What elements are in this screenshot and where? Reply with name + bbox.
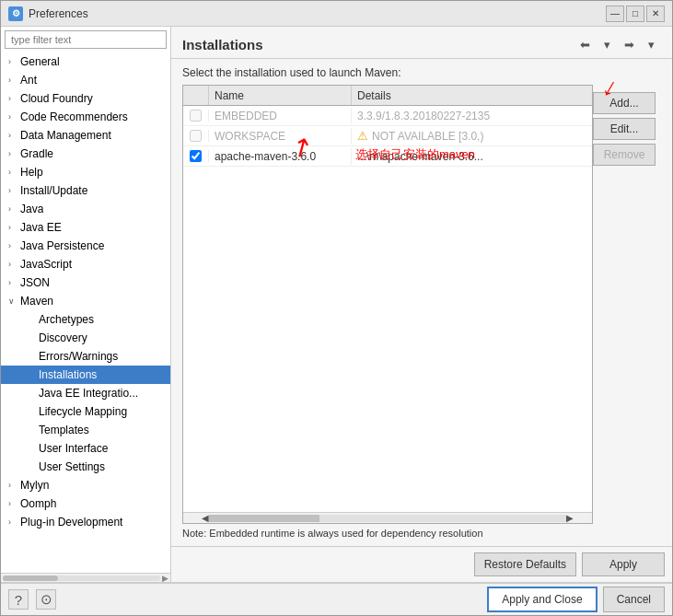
table-scroll-left[interactable]: ◀ <box>202 513 209 523</box>
sidebar-item-label: Java EE Integratio... <box>39 387 138 400</box>
row-checkbox[interactable] <box>190 150 202 162</box>
sidebar-item-user-settings[interactable]: User Settings <box>1 458 170 476</box>
sidebar-item-label: Java EE <box>20 221 62 234</box>
sidebar-item-data-management[interactable]: ›Data Management <box>1 126 170 145</box>
th-name: Name <box>209 86 352 105</box>
arrow-icon: › <box>8 76 17 85</box>
arrow-icon: › <box>8 481 17 490</box>
restore-defaults-button[interactable]: Restore Defaults <box>474 552 576 576</box>
sidebar-item-label: Discovery <box>39 331 87 344</box>
arrow-icon: › <box>8 57 17 66</box>
sidebar-item-templates[interactable]: Templates <box>1 421 170 439</box>
sidebar-item-java[interactable]: ›Java <box>1 200 170 218</box>
row-checkbox[interactable] <box>190 130 202 142</box>
sidebar-item-label: Java Persistence <box>20 239 104 252</box>
settings-icon[interactable]: ⊙ <box>36 589 56 610</box>
table-horizontal-scrollbar[interactable]: ◀ ▶ <box>183 512 592 523</box>
content-header: Installations ⬅ ▾ ➡ ▾ <box>171 27 672 59</box>
sidebar-item-lifecycle-mapping[interactable]: Lifecycle Mapping <box>1 402 170 421</box>
row-checkbox[interactable] <box>190 110 202 122</box>
sidebar-item-general[interactable]: ›General <box>1 52 170 71</box>
sidebar-item-maven[interactable]: ∨Maven <box>1 292 170 310</box>
sidebar-item-label: General <box>20 55 60 68</box>
cancel-button[interactable]: Cancel <box>603 587 665 612</box>
sidebar-item-label: Data Management <box>20 129 111 142</box>
table-row: apache-maven-3.6.0...\m\apache-maven-3.6… <box>183 146 592 167</box>
sidebar-item-label: Oomph <box>20 497 56 510</box>
warning-icon: ⚠ <box>357 129 368 143</box>
arrow-icon: › <box>8 168 17 177</box>
toolbar-forward-button[interactable]: ➡ <box>619 34 639 54</box>
sidebar-item-label: Java <box>20 203 43 215</box>
sidebar-item-ant[interactable]: ›Ant <box>1 71 170 89</box>
edit-button[interactable]: Edit... <box>593 118 656 140</box>
scroll-arrow-right[interactable]: ▶ <box>162 574 168 583</box>
sidebar-item-label: Maven <box>20 295 53 308</box>
sidebar-item-label: Cloud Foundry <box>20 92 93 105</box>
sidebar-item-archetypes[interactable]: Archetypes <box>1 310 170 329</box>
toolbar-dropdown-button[interactable]: ▾ <box>597 34 617 54</box>
note-text: Note: Embedded runtime is always used fo… <box>182 524 661 539</box>
sidebar-item-code-recommenders[interactable]: ›Code Recommenders <box>1 108 170 126</box>
toolbar-back-button[interactable]: ⬅ <box>574 34 595 54</box>
toolbar-icons: ⬅ ▾ ➡ ▾ <box>574 34 661 54</box>
sidebar-item-java-persistence[interactable]: ›Java Persistence <box>1 237 170 255</box>
sidebar-item-mylyn[interactable]: ›Mylyn <box>1 476 170 494</box>
right-buttons: Add... Edit... Remove <box>593 85 661 524</box>
toolbar-forward-dropdown-button[interactable]: ▾ <box>641 34 661 54</box>
h-scroll-track <box>3 575 160 581</box>
sidebar-item-install-update[interactable]: ›Install/Update <box>1 181 170 200</box>
close-button[interactable]: ✕ <box>646 6 665 22</box>
sidebar-item-plugin-development[interactable]: ›Plug-in Development <box>1 513 170 531</box>
remove-button[interactable]: Remove <box>593 144 656 166</box>
bottom-buttons-row: Restore Defaults Apply <box>171 546 672 582</box>
sidebar-horizontal-scrollbar[interactable]: ▶ <box>1 573 170 582</box>
instruction-text: Select the installation used to launch M… <box>182 66 661 79</box>
row-name: EMBEDDED <box>209 108 352 124</box>
table-row: EMBEDDED3.3.9/1.8.3.20180227-2135 <box>183 106 592 126</box>
sidebar-item-installations[interactable]: Installations <box>1 366 170 384</box>
sidebar-item-label: Gradle <box>20 147 53 160</box>
sidebar-item-discovery[interactable]: Discovery <box>1 329 170 347</box>
arrow-icon: › <box>8 112 17 122</box>
sidebar-item-cloud-foundry[interactable]: ›Cloud Foundry <box>1 89 170 108</box>
sidebar-item-java-ee-integration[interactable]: Java EE Integratio... <box>1 384 170 402</box>
sidebar-item-label: JavaScript <box>20 258 72 271</box>
minimize-button[interactable]: — <box>606 6 624 22</box>
sidebar-item-javascript[interactable]: ›JavaScript <box>1 255 170 273</box>
row-checkbox-cell <box>183 130 209 142</box>
preferences-window: ⚙ Preferences — □ ✕ ›General›Ant›Cloud F… <box>0 0 673 616</box>
help-icon[interactable]: ? <box>8 589 29 610</box>
arrow-icon: › <box>8 241 17 250</box>
add-button[interactable]: Add... <box>593 92 656 114</box>
sidebar-item-oomph[interactable]: ›Oomph <box>1 494 170 513</box>
maximize-button[interactable]: □ <box>626 6 644 22</box>
row-name: apache-maven-3.6.0 <box>209 148 352 165</box>
sidebar-item-json[interactable]: ›JSON <box>1 273 170 292</box>
arrow-icon: › <box>8 94 17 103</box>
row-details: 3.3.9/1.8.3.20180227-2135 <box>352 108 592 124</box>
arrow-icon: › <box>8 499 17 508</box>
sidebar-item-errors-warnings[interactable]: Errors/Warnings <box>1 347 170 366</box>
apply-and-close-button[interactable]: Apply and Close <box>487 587 597 612</box>
sidebar-item-label: Installations <box>39 368 97 381</box>
sidebar-item-user-interface[interactable]: User Interface <box>1 439 170 458</box>
th-checkbox <box>183 86 209 105</box>
filter-input[interactable] <box>5 30 167 49</box>
sidebar-item-java-ee[interactable]: ›Java EE <box>1 218 170 237</box>
sidebar-item-help[interactable]: ›Help <box>1 163 170 181</box>
table-row: WORKSPACE⚠NOT AVAILABLE [3.0,) <box>183 126 592 146</box>
arrow-icon: › <box>8 223 17 232</box>
apply-button[interactable]: Apply <box>582 552 665 576</box>
arrow-icon: › <box>8 186 17 195</box>
table-scroll-right[interactable]: ▶ <box>566 513 574 523</box>
sidebar-item-label: Lifecycle Mapping <box>39 405 127 418</box>
th-details: Details <box>352 86 592 105</box>
h-scroll-thumb <box>3 575 58 581</box>
sidebar-item-gradle[interactable]: ›Gradle <box>1 145 170 163</box>
sidebar-item-label: Install/Update <box>20 184 87 197</box>
footer-icons: ? ⊙ <box>8 589 56 610</box>
window-title: Preferences <box>29 7 600 20</box>
row-checkbox-cell <box>183 150 209 162</box>
arrow-icon: › <box>8 149 17 158</box>
